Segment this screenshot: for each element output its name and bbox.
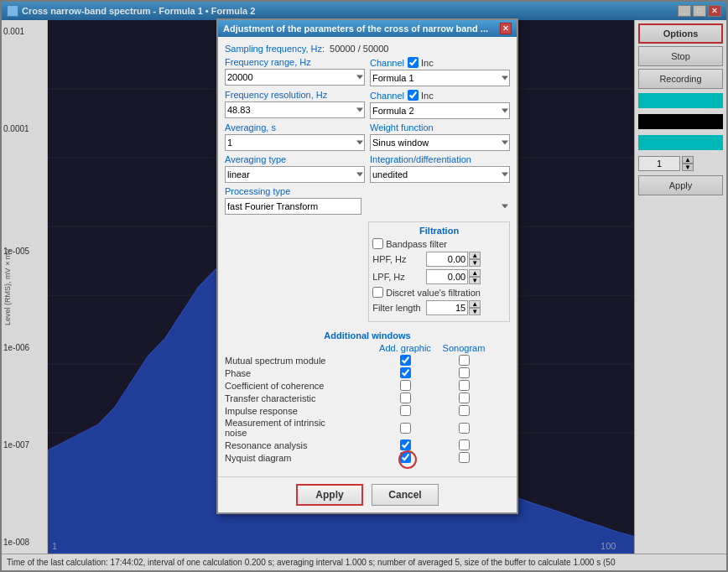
phase-sonogram-checkbox[interactable]: [459, 367, 470, 378]
averaging-select[interactable]: 1: [225, 134, 365, 151]
lpf-input[interactable]: [426, 269, 468, 284]
avg-weight-row: Averaging, s 1 Weight function Sinus win…: [225, 122, 510, 151]
averaging-label: Averaging, s: [225, 122, 365, 133]
resonance-sonogram-checkbox[interactable]: [459, 439, 470, 450]
dialog-title-bar: Adjustment of the parameters of the cros…: [218, 20, 517, 37]
filter-length-down[interactable]: ▼: [469, 308, 481, 315]
coherence-sonogram-checkbox[interactable]: [459, 380, 470, 391]
freq-range-select-wrap: 20000: [225, 69, 365, 86]
filtration-section: Filtration Bandpass filter HPF, Hz ▲: [368, 221, 510, 322]
transfer-sonogram-checkbox[interactable]: [459, 393, 470, 403]
channel2-inc-checkbox[interactable]: [408, 90, 419, 101]
filter-length-input[interactable]: [426, 300, 468, 315]
proc-type-col: Processing type fast Fourier Transform: [225, 186, 510, 215]
noise-sonogram-cb: [434, 423, 493, 434]
channel1-select[interactable]: Formula 1: [370, 70, 510, 86]
phase-sonogram-cb: [434, 367, 493, 378]
hpf-input[interactable]: [426, 252, 468, 267]
int-diff-select[interactable]: unedited: [370, 166, 510, 183]
freq-range-select[interactable]: 20000: [225, 69, 365, 86]
list-item: Nyquist diagram: [225, 452, 510, 463]
dialog-close-button[interactable]: ✕: [500, 23, 512, 34]
adjustment-dialog: Adjustment of the parameters of the cros…: [216, 18, 518, 514]
transfer-add-graphic-checkbox[interactable]: [400, 393, 411, 403]
freq-res-label: Frequency resolution, Hz: [225, 90, 365, 100]
int-diff-select-wrap: unedited: [370, 166, 510, 183]
row-transfer: Transfer characteristic: [225, 393, 376, 403]
weight-func-select[interactable]: Sinus window: [370, 134, 510, 151]
resonance-add-graphic-cb: [376, 439, 434, 450]
coherence-add-graphic-checkbox[interactable]: [400, 380, 411, 391]
freq-res-select-wrap: 48.83: [225, 101, 365, 118]
nyquist-circle-highlight: [400, 452, 411, 463]
row-resonance: Resonance analysis: [225, 440, 376, 450]
dialog-footer: Apply Cancel: [218, 476, 517, 512]
hpf-input-wrap: ▲ ▼: [426, 252, 481, 267]
channel1-header: Channel Inc: [370, 57, 510, 68]
bandpass-checkbox[interactable]: [372, 238, 383, 249]
mutual-spectrum-add-graphic-checkbox[interactable]: [400, 355, 411, 366]
weight-func-label: Weight function: [370, 122, 510, 133]
int-diff-label: Integration/differentiation: [370, 154, 510, 164]
noise-sonogram-checkbox[interactable]: [459, 423, 470, 434]
freqres-channel2-row: Frequency resolution, Hz 48.83 Channel I…: [225, 90, 510, 119]
impulse-sonogram-checkbox[interactable]: [459, 405, 470, 416]
row-coherence: Coefficient of coherence: [225, 381, 376, 391]
freq-channel1-row: Frequency range, Hz 20000 Channel Inc: [225, 57, 510, 86]
nyquist-sonogram-checkbox[interactable]: [459, 452, 470, 463]
channel1-inc-label: Inc: [408, 57, 434, 68]
impulse-add-graphic-checkbox[interactable]: [400, 405, 411, 416]
avg-type-select[interactable]: linear: [225, 166, 365, 183]
nyquist-add-graphic-checkbox[interactable]: [400, 452, 411, 463]
coherence-sonogram-cb: [434, 380, 493, 391]
filtration-label: Filtration: [372, 226, 506, 236]
mutual-spectrum-sonogram-cb: [434, 355, 493, 366]
sampling-freq-label: Sampling frequency, Hz:: [225, 44, 325, 54]
channel1-select-wrap: Formula 1: [370, 70, 510, 86]
row-intrinsic-noise: Measurement of intrinsicnoise: [225, 418, 376, 438]
phase-add-graphic-checkbox[interactable]: [400, 367, 411, 378]
list-item: Impulse response: [225, 405, 510, 416]
resonance-sonogram-cb: [434, 439, 493, 450]
dialog-apply-button[interactable]: Apply: [296, 484, 363, 506]
proc-type-select-wrap: fast Fourier Transform: [225, 198, 510, 215]
transfer-add-graphic-cb: [376, 393, 434, 403]
filter-length-up[interactable]: ▲: [469, 300, 481, 308]
lpf-label: LPF, Hz: [372, 272, 423, 282]
lpf-up[interactable]: ▲: [469, 269, 481, 277]
row-phase: Phase: [225, 368, 376, 378]
proc-type-label: Processing type: [225, 186, 510, 196]
dialog-title: Adjustment of the parameters of the cros…: [223, 23, 488, 34]
hpf-down[interactable]: ▼: [469, 259, 481, 267]
lpf-down[interactable]: ▼: [469, 277, 481, 284]
mutual-spectrum-sonogram-checkbox[interactable]: [459, 355, 470, 366]
channel1-inc-checkbox[interactable]: [408, 57, 419, 68]
avg-type-label: Averaging type: [225, 154, 365, 164]
dialog-cancel-button[interactable]: Cancel: [372, 484, 439, 506]
noise-add-graphic-checkbox[interactable]: [400, 423, 411, 434]
proc-type-arrow: [502, 205, 508, 209]
bandpass-row: Bandpass filter: [372, 238, 506, 249]
avg-type-select-wrap: linear: [225, 166, 365, 183]
hpf-row: HPF, Hz ▲ ▼: [372, 252, 506, 267]
list-item: Coefficient of coherence: [225, 380, 510, 391]
channel2-select[interactable]: Formula 2: [370, 102, 510, 119]
phase-add-graphic-cb: [376, 367, 434, 378]
dialog-overlay: Adjustment of the parameters of the cros…: [0, 0, 728, 572]
resonance-add-graphic-checkbox[interactable]: [400, 439, 411, 450]
sampling-freq-value: 50000 / 50000: [330, 44, 388, 54]
hpf-up[interactable]: ▲: [469, 252, 481, 259]
discrete-filter-checkbox[interactable]: [372, 287, 383, 298]
channel1-col: Channel Inc Formula 1: [370, 57, 510, 86]
proc-type-select[interactable]: fast Fourier Transform: [225, 198, 361, 215]
impulse-add-graphic-cb: [376, 405, 434, 416]
freq-range-label: Frequency range, Hz: [225, 57, 365, 67]
additional-windows: Additional windows Add. graphic Sonogram…: [225, 330, 510, 463]
add-win-col-headers: Add. graphic Sonogram: [225, 343, 510, 353]
discrete-filter-row: Discret value's filtration: [372, 287, 506, 298]
weight-func-select-wrap: Sinus window: [370, 134, 510, 151]
freq-res-select[interactable]: 48.83: [225, 101, 365, 118]
row-impulse: Impulse response: [225, 406, 376, 416]
freq-range-col: Frequency range, Hz 20000: [225, 57, 365, 86]
nyquist-add-graphic-cb: [376, 452, 434, 463]
